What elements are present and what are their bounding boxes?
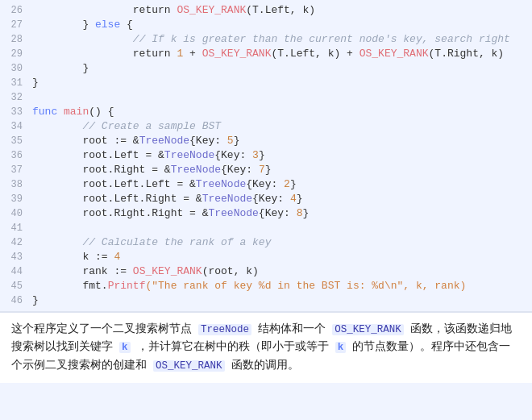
token-id: (T.Left, k): [246, 4, 315, 16]
desc-oskeyrank-1: OS_KEY_RANK: [332, 324, 404, 335]
token-num: 4: [290, 193, 297, 205]
line-number: 30: [0, 61, 32, 76]
token-id: root.Right.Right = &: [32, 207, 208, 219]
code-line: 36 root.Left = &TreeNode{Key: 3}: [0, 148, 532, 163]
token-id: root := &: [32, 135, 139, 147]
line-content: root.Left.Left = &TreeNode{Key: 2}: [32, 177, 532, 192]
desc-part-6: 函数的调用。: [231, 360, 299, 372]
code-line: 34 // Create a sample BST: [0, 119, 532, 134]
description-text: 这个程序定义了一个二叉搜索树节点 TreeNode 结构体和一个 OS_KEY_…: [11, 321, 521, 375]
line-number: 29: [0, 47, 32, 61]
code-area: 26 return OS_KEY_RANK(T.Left, k)27 } els…: [0, 0, 532, 312]
token-cm: // If k is greater than the current node…: [133, 33, 510, 45]
code-line: 33func main() {: [0, 105, 532, 119]
token-num: 2: [284, 178, 290, 190]
line-content: func main() {: [32, 105, 532, 119]
line-number: 28: [0, 32, 32, 47]
line-number: 42: [0, 235, 32, 250]
token-id: {: [120, 19, 133, 31]
line-number: 36: [0, 148, 32, 163]
line-number: 34: [0, 119, 32, 134]
code-line: 42 // Calculate the rank of a key: [0, 235, 532, 250]
token-id: (T.Left, k) +: [271, 48, 359, 60]
code-line: 39 root.Left.Right = &TreeNode{Key: 4}: [0, 192, 532, 206]
token-id: {Key:: [221, 164, 259, 176]
line-number: 35: [0, 134, 32, 148]
token-num: 7: [259, 164, 265, 176]
code-line: 27 } else {: [0, 18, 532, 32]
token-num: 5: [227, 135, 234, 147]
token-id: }: [32, 62, 89, 74]
line-number: 41: [0, 221, 32, 235]
token-fn: Printf: [108, 280, 146, 292]
desc-k-2: k: [335, 342, 347, 353]
code-line: 28 // If k is greater than the current n…: [0, 32, 532, 47]
code-line: 29 return 1 + OS_KEY_RANK(T.Left, k) + O…: [0, 47, 532, 61]
token-id: {Key:: [189, 135, 227, 147]
token-id: }: [297, 193, 303, 205]
desc-oskeyrank-2: OS_KEY_RANK: [153, 360, 225, 372]
token-id: {Key:: [259, 207, 297, 219]
code-line: 46}: [0, 293, 532, 308]
line-number: 43: [0, 250, 32, 264]
line-number: 44: [0, 264, 32, 279]
desc-part-4: ，并计算它在树中的秩（即小于或等于: [137, 341, 329, 353]
token-fn: OS_KEY_RANK: [360, 48, 429, 60]
token-id: }: [290, 178, 297, 190]
line-content: } else {: [32, 18, 532, 32]
desc-treenode: TreeNode: [198, 324, 251, 335]
token-fn: OS_KEY_RANK: [202, 48, 272, 60]
desc-part-2: 结构体和一个: [258, 323, 326, 335]
line-content: // Create a sample BST: [32, 119, 532, 134]
token-id: }: [32, 77, 39, 89]
line-content: k := 4: [32, 250, 532, 264]
token-str: ("The rank of key %d in the BST is: %d\n…: [145, 280, 466, 292]
line-number: 38: [0, 177, 32, 192]
line-content: }: [32, 293, 532, 308]
line-content: // Calculate the rank of a key: [32, 235, 532, 250]
token-id: return: [32, 48, 177, 60]
code-line: 26 return OS_KEY_RANK(T.Left, k): [0, 3, 532, 18]
code-line: 32: [0, 90, 532, 105]
code-line: 45 fmt.Printf("The rank of key %d in the…: [0, 279, 532, 293]
token-id: root.Left = &: [32, 149, 164, 161]
token-id: return: [32, 4, 177, 16]
token-fn: OS_KEY_RANK: [177, 4, 246, 16]
code-line: 41: [0, 221, 532, 235]
token-ident: TreeNode: [208, 207, 258, 219]
line-content: root.Right = &TreeNode{Key: 7}: [32, 163, 532, 177]
token-id: (T.Right, k): [429, 48, 505, 60]
line-number: 39: [0, 192, 32, 206]
token-kw: else: [95, 19, 120, 31]
line-content: return OS_KEY_RANK(T.Left, k): [32, 3, 532, 18]
line-content: rank := OS_KEY_RANK(root, k): [32, 264, 532, 279]
code-line: 35 root := &TreeNode{Key: 5}: [0, 134, 532, 148]
token-id: {Key:: [246, 178, 284, 190]
token-id: {Key:: [252, 193, 290, 205]
line-content: root.Right.Right = &TreeNode{Key: 8}: [32, 206, 532, 221]
token-id: }: [234, 135, 240, 147]
code-line: 38 root.Left.Left = &TreeNode{Key: 2}: [0, 177, 532, 192]
token-ident: TreeNode: [171, 164, 221, 176]
token-id: }: [32, 294, 39, 306]
token-id: }: [259, 149, 265, 161]
line-content: root := &TreeNode{Key: 5}: [32, 134, 532, 148]
token-id: {Key:: [214, 149, 252, 161]
line-number: 27: [0, 18, 32, 32]
line-content: }: [32, 76, 532, 90]
line-content: root.Left = &TreeNode{Key: 3}: [32, 148, 532, 163]
token-fn: OS_KEY_RANK: [133, 265, 202, 277]
line-number: 33: [0, 105, 32, 119]
line-content: root.Left.Right = &TreeNode{Key: 4}: [32, 192, 532, 206]
line-content: return 1 + OS_KEY_RANK(T.Left, k) + OS_K…: [32, 47, 532, 61]
token-id: root.Left.Right = &: [32, 193, 202, 205]
token-id: }: [265, 164, 272, 176]
token-kw: func: [32, 106, 64, 118]
token-cm: // Create a sample BST: [82, 120, 221, 132]
token-id: [32, 120, 82, 132]
desc-part-1: 这个程序定义了一个二叉搜索树节点: [11, 323, 192, 335]
line-number: 32: [0, 90, 32, 105]
token-num: 4: [114, 251, 120, 263]
token-id: +: [183, 48, 202, 60]
line-number: 46: [0, 293, 32, 308]
